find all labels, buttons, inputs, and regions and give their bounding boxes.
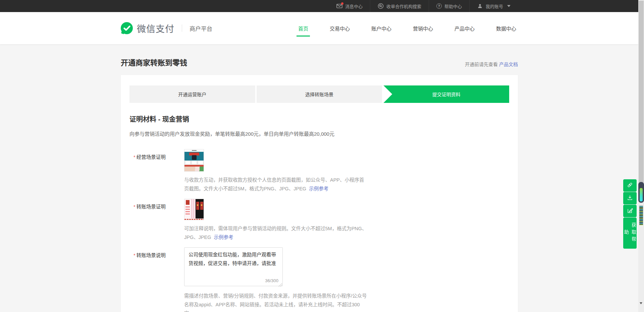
proof-form: *经营场景证明 与收款方互动，并获取收款方授权个人信息的页面截图，如公众号、AP…	[129, 149, 509, 312]
step-select-transfer-scene[interactable]: 选择转账场景	[257, 85, 382, 103]
thumbnail-part	[184, 152, 204, 161]
page-title: 开通商家转账到零钱	[121, 57, 187, 67]
field-description: 需描述付款场景、营销/分销规则、付款资金来源，并提供转账场景所在小程序/公众号名…	[184, 292, 367, 312]
thumbnail-part	[184, 161, 204, 165]
required-mark: *	[133, 204, 136, 209]
field-transfer-scene-description: *转账场景说明 公司使用现金红包功能，激励用户观看带货视频，促进交易，特申请开通…	[129, 247, 509, 312]
topbar-item-label: 收单合作机构搜索	[386, 3, 421, 9]
side-toolbar: 获取帮助	[623, 179, 637, 249]
scroll-indicator-widget[interactable]	[638, 182, 644, 203]
scroll-map-widget[interactable]	[638, 204, 644, 227]
unread-dot	[341, 2, 343, 5]
topbar-item-label: 消息中心	[345, 3, 363, 9]
user-icon	[477, 3, 483, 9]
nav-item-product-center[interactable]: 产品中心	[453, 25, 476, 37]
feedback-edit-button[interactable]	[623, 205, 637, 217]
hint-text: 开通前请先查看	[465, 62, 498, 67]
search-icon	[378, 3, 384, 9]
field-transfer-scene-proof: *转账场景证明 可加注释说明，需体现用户参与营销活动的规则。文件大小不超过5M，…	[129, 199, 509, 242]
nav-item-account-center[interactable]: 账户中心	[370, 25, 393, 37]
content-card: 开通运营账户 选择转账场景 提交证明资料 证明材料 - 现金营销 向参与营销活动…	[121, 75, 518, 312]
step-submit-proof-material[interactable]: 提交证明资料	[383, 85, 509, 103]
scrollbar[interactable]	[638, 0, 644, 312]
thumbnail-part	[184, 167, 204, 172]
nav-item-data-center[interactable]: 数据中心	[494, 25, 518, 37]
topbar-item-messages[interactable]: 消息中心	[329, 0, 370, 12]
topbar-item-label: 我的账号	[486, 3, 503, 9]
field-label: *转账场景证明	[133, 199, 184, 242]
topbar-item-my-account[interactable]: 我的账号	[469, 0, 518, 12]
product-doc-link[interactable]: 产品文档	[499, 62, 518, 67]
platform-name: 商户平台	[190, 24, 212, 33]
field-business-scene-proof: *经营场景证明 与收款方互动，并获取收款方授权个人信息的页面截图，如公众号、AP…	[129, 149, 509, 193]
example-reference-link[interactable]: 示例参考	[214, 235, 233, 240]
section-title: 证明材料 - 现金营销	[129, 114, 509, 124]
download-button[interactable]	[623, 192, 637, 204]
example-reference-link[interactable]: 示例参考	[309, 186, 328, 191]
main-nav: 首页 交易中心 账户中心 营销中心 产品中心 数据中心	[278, 25, 518, 37]
quick-link-button[interactable]	[623, 179, 637, 192]
download-icon	[627, 194, 633, 202]
topbar-item-label: 帮助中心	[444, 3, 462, 9]
topbar: 消息中心 收单合作机构搜索 帮助中心 我的账号	[0, 0, 644, 12]
required-mark: *	[133, 154, 136, 160]
business-scene-thumbnail[interactable]	[184, 149, 204, 172]
transfer-scene-thumbnail[interactable]	[184, 199, 204, 220]
scroll-indicator-gradient	[640, 188, 643, 201]
wechat-pay-logo[interactable]: 微信支付	[121, 22, 174, 35]
field-description: 与收款方互动，并获取收款方授权个人信息的页面截图，如公众号、APP、小程序首页截…	[184, 176, 367, 193]
page-hint: 开通前请先查看 产品文档	[465, 61, 518, 67]
field-label: *经营场景证明	[133, 149, 184, 193]
message-icon	[336, 3, 342, 9]
field-label: *转账场景说明	[133, 247, 184, 312]
thumbnail-part	[196, 199, 204, 219]
field-description: 可加注释说明，需体现用户参与营销活动的规则。文件大小不超过5M，格式为PNG、J…	[184, 224, 367, 242]
thumbnail-part	[191, 199, 196, 219]
nav-item-home[interactable]: 首页	[297, 25, 310, 37]
brand-name: 微信支付	[137, 22, 174, 35]
wechat-pay-check-icon	[121, 22, 133, 34]
thumbnail-part	[184, 199, 191, 219]
brand-divider	[182, 24, 182, 32]
step-open-operation-account[interactable]: 开通运营账户	[129, 85, 255, 103]
nav-item-transactions[interactable]: 交易中心	[328, 25, 352, 37]
stepper: 开通运营账户 选择转账场景 提交证明资料	[129, 85, 509, 103]
thumbnail-part	[184, 219, 204, 220]
scrollbar-thumb[interactable]	[639, 1, 644, 184]
caret-down-icon	[507, 5, 511, 7]
edit-icon	[627, 207, 633, 215]
topbar-item-help-center[interactable]: 帮助中心	[429, 0, 469, 12]
char-counter: 36/300	[265, 278, 278, 283]
thumbnail-part	[184, 149, 204, 152]
help-icon	[436, 3, 442, 9]
link-icon	[627, 182, 633, 190]
nav-item-marketing-center[interactable]: 营销中心	[411, 25, 435, 37]
scrollbar-down-arrow-icon[interactable]	[640, 302, 642, 304]
section-description: 向参与营销活动的用户发放现金奖励，单笔转账最高200元，单日向单用户转账最高20…	[129, 130, 509, 137]
header: 微信支付 商户平台 首页 交易中心 账户中心 营销中心 产品中心 数据中心	[0, 12, 644, 44]
get-help-button[interactable]: 获取帮助	[623, 217, 637, 249]
topbar-item-acquiring-search[interactable]: 收单合作机构搜索	[370, 0, 429, 12]
required-mark: *	[133, 253, 136, 258]
resize-handle[interactable]	[279, 283, 282, 287]
